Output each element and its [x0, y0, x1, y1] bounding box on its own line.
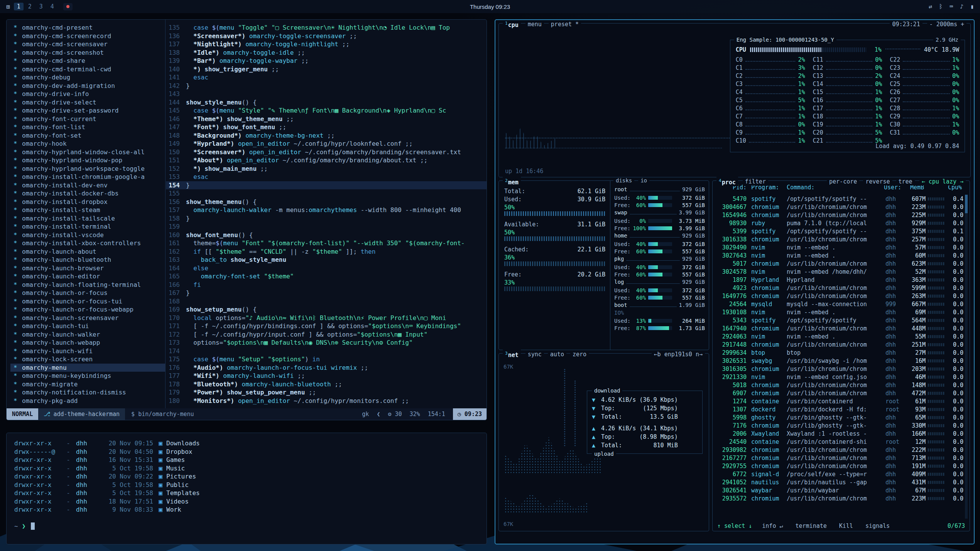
file-tree-item[interactable]: * omarchy-launch-editor [10, 272, 165, 281]
file-tree-item[interactable]: * omarchy-launch-screensaver [10, 314, 165, 322]
shell-prompt[interactable]: ~ ❯ [14, 522, 479, 530]
proc-option-button[interactable]: tree [896, 178, 915, 185]
code-line[interactable]: 167 } [166, 289, 487, 297]
file-tree-item[interactable]: * omarchy-notification-dismiss [10, 388, 165, 397]
code-line[interactable]: 140 *) show_trigger_menu ;; [166, 65, 487, 74]
process-row[interactable]: 3027643 nvim nvim --embed . dhh 60M 0.0 [714, 251, 963, 259]
code-line[interactable]: 170 local options="♪ Audio\n≈ Wifi\nᛒ Bl… [166, 314, 487, 322]
file-tree-item[interactable]: * omarchy-launch-floating-terminal [10, 281, 165, 289]
file-tree-item[interactable]: * omarchy-cmd-terminal-cwd [10, 65, 165, 74]
code-line[interactable]: 148 *Background*) omarchy-theme-bg-next … [166, 131, 487, 140]
file-tree-item[interactable]: * omarchy-launch-webapp [10, 339, 165, 347]
process-row[interactable]: 1654946 chromium /usr/lib/chromium/chrom… [714, 211, 963, 219]
process-row[interactable]: 2941052 nautilus /usr/bin/nautilus --gap… [714, 478, 963, 486]
code-line[interactable]: 154 } [166, 181, 487, 190]
volume-icon[interactable]: ♪ [960, 3, 963, 10]
code-line[interactable]: 168 [166, 297, 487, 306]
file-tree-item[interactable]: * omarchy-drive-set-password [10, 106, 165, 115]
code-line[interactable]: 147 *Font*) show_font_menu ;; [166, 123, 487, 131]
code-line[interactable]: 144 show_style_menu() { [166, 98, 487, 107]
process-row[interactable]: 3004667 chromium /usr/lib/chromium/chrom… [714, 203, 963, 211]
process-row[interactable]: 3026531 swaybg /usr/bin/swaybg -i /hom d… [714, 357, 963, 365]
file-tree-item[interactable]: * omarchy-hyprland-window-pop [10, 156, 165, 165]
file-tree-item[interactable]: * omarchy-install-dev-env [10, 181, 165, 190]
process-row[interactable]: 24540 containe /usr/bin/containerd-shi r… [714, 438, 963, 446]
code-line[interactable]: 159 [166, 222, 487, 231]
code-line[interactable]: 138 *Idle*) omarchy-toggle-idle ;; [166, 49, 487, 57]
process-row[interactable]: 2935572 chromium /usr/lib/chromium/chrom… [714, 494, 963, 502]
process-row[interactable]: 1897 Hyprland Hyprland dhh 363M 0.0 [714, 276, 963, 284]
process-row[interactable]: 6772 signal-d /proc/self/exe --type=r dh… [714, 470, 963, 478]
code-line[interactable]: 143 [166, 90, 487, 98]
filter-button[interactable]: filter [743, 178, 768, 185]
code-line[interactable]: 157 omarchy-launch-walker -m menus:omarc… [166, 206, 487, 214]
proc-option-button[interactable]: reverse [863, 178, 892, 185]
code-line[interactable]: 139 *Bar*) omarchy-toggle-waybar ;; [166, 57, 487, 65]
code-line[interactable]: 137 *Nightlight*) omarchy-toggle-nightli… [166, 40, 487, 49]
file-tree-item[interactable]: * omarchy-cmd-screensaver [10, 40, 165, 49]
code-line[interactable]: 153 esac [166, 173, 487, 181]
file-tree-item[interactable]: * omarchy-font-current [10, 115, 165, 123]
file-tree-item[interactable]: * omarchy-dev-add-migration [10, 82, 165, 90]
select-keys[interactable]: ↑ select ↓ [717, 522, 752, 529]
workspace-button[interactable]: 4 [47, 3, 57, 10]
process-row[interactable]: 1930108 nvim nvim --embed . dhh 69M 0.0 [714, 308, 963, 316]
file-tree-item[interactable]: * omarchy-hyprland-workspace-toggle [10, 165, 165, 173]
code-line[interactable]: 160 show_font_menu() { [166, 231, 487, 239]
net-mode-button[interactable]: auto [548, 351, 566, 358]
process-row[interactable]: 3024578 nvim nvim --embed /home/dhh/ dhh… [714, 268, 963, 276]
battery-icon[interactable]: ▮ [970, 3, 974, 10]
file-tree-item[interactable]: * omarchy-migrate [10, 380, 165, 389]
file-tree-item[interactable]: * omarchy-install-dropbox [10, 198, 165, 206]
process-row[interactable]: 2921330 nvim nvim --embed config.jso dhh… [714, 373, 963, 381]
process-row[interactable]: 7176 chromium /usr/lib/ghostty --gtk- dh… [714, 421, 963, 430]
file-tree-item[interactable]: * omarchy-menu-keybindings [10, 372, 165, 380]
file-tree-item[interactable]: * omarchy-launch-or-focus-webapp [10, 305, 165, 314]
code-line[interactable]: 172 [ -f ~/.config/hypr/input.conf ] && … [166, 330, 487, 339]
process-row[interactable]: 4923 chromium /usr/lib/chromium/chrom dh… [714, 284, 963, 292]
code-line[interactable]: 179 *Power*) show_setup_power_menu ;; [166, 388, 487, 397]
file-tree-item[interactable]: * omarchy-install-steam [10, 206, 165, 214]
file-tree-item[interactable]: * omarchy-launch-or-focus [10, 289, 165, 297]
process-row[interactable]: 98930 ruby puma 7.1.0 (tcp://local dhh 9… [714, 219, 963, 227]
process-row[interactable]: 2929755 chromium /usr/lib/chromium/chrom… [714, 462, 963, 470]
code-line[interactable]: 176 *Audio*) omarchy-launch-or-focus-tui… [166, 364, 487, 372]
file-tree-item[interactable]: * omarchy-launch-bluetooth [10, 256, 165, 264]
file-tree-item[interactable]: * omarchy-launch-or-focus-tui [10, 297, 165, 306]
file-tree-item[interactable]: * omarchy-launch-wifi [10, 347, 165, 356]
process-row[interactable]: 3029490 nvim nvim --embed . dhh 57M 0.0 [714, 243, 963, 251]
preset-button[interactable]: preset * [549, 21, 581, 28]
code-line[interactable]: 156 show_theme_menu() { [166, 198, 487, 206]
code-line[interactable]: 149 *Hyprland*) open_in_editor ~/.config… [166, 140, 487, 148]
workspace-button[interactable]: 2 [25, 3, 35, 10]
file-tree-item[interactable]: * omarchy-hyprland-window-close-all [10, 148, 165, 157]
proc-footer-button[interactable]: info ↵ [760, 522, 785, 529]
process-row[interactable]: 1649776 chromium /usr/lib/chromium/chrom… [714, 292, 963, 300]
file-tree-item[interactable]: * omarchy-cmd-screenshot [10, 49, 165, 57]
process-row[interactable]: 2917448 chromium /usr/lib/chromium/chrom… [714, 340, 963, 349]
proc-sort-selector[interactable]: ← cpu lazy → [919, 178, 966, 185]
proc-footer-button[interactable]: Kill [837, 522, 855, 529]
file-tree-item[interactable]: * omarchy-drive-info [10, 90, 165, 98]
process-row[interactable]: 3016338 chromium /usr/lib/chromium/chrom… [714, 235, 963, 243]
file-tree-item[interactable]: * omarchy-lock-screen [10, 355, 165, 364]
code-line[interactable]: 169 show_setup_menu() { [166, 305, 487, 314]
proc-footer-button[interactable]: terminate [793, 522, 829, 529]
process-row[interactable]: 5018 chromium /usr/lib/chromium/chrom dh… [714, 381, 963, 389]
process-row[interactable]: 5017 chromium /usr/lib/chromium/chrom dh… [714, 259, 963, 268]
file-tree-item[interactable]: * omarchy-font-set [10, 131, 165, 140]
proc-panel-title[interactable]: 4proc [716, 177, 738, 186]
code-line[interactable]: 178 *Bluetooth*) omarchy-launch-bluetoot… [166, 380, 487, 389]
code-line[interactable]: 177 *Wifi*) omarchy-launch-wifi ;; [166, 372, 487, 380]
workspace-button[interactable]: 1 [14, 3, 24, 10]
process-row[interactable]: 24564 mysqld mysqld --max-connection 999… [714, 300, 963, 308]
code-line[interactable]: 142 } [166, 82, 487, 90]
cpu-panel-title[interactable]: 1cpu [503, 20, 521, 29]
net-mode-button[interactable]: sync [525, 351, 544, 358]
disks-tab[interactable]: disks [613, 177, 634, 184]
code-line[interactable]: 171 [ -f ~/.config/hypr/bindings.conf ] … [166, 322, 487, 330]
bluetooth-icon[interactable]: ᛒ [939, 3, 943, 10]
code-line[interactable]: 175 case $(menu "Setup" "$options") in [166, 355, 487, 364]
file-tree-item[interactable]: * omarchy-font-list [10, 123, 165, 131]
proc-footer-button[interactable]: signals [863, 522, 892, 529]
